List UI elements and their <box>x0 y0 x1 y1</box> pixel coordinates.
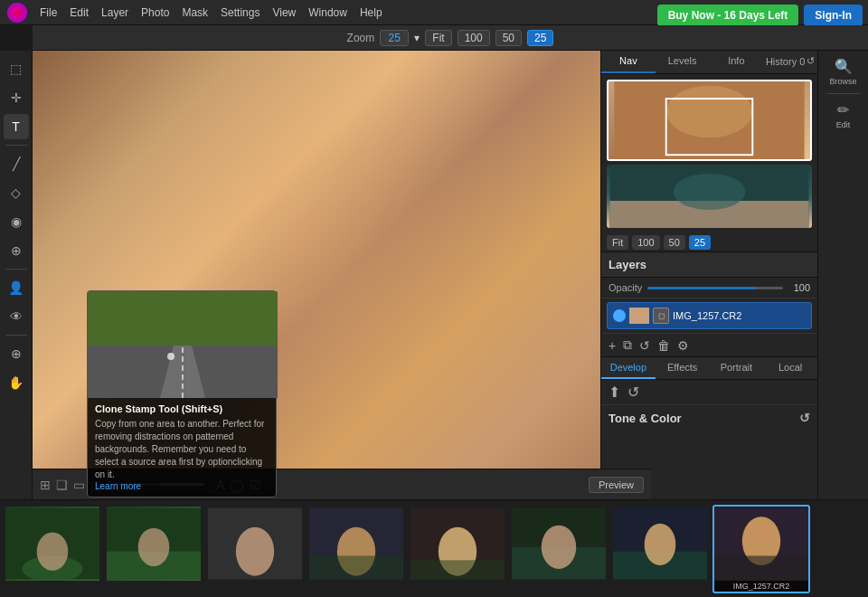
tab-local[interactable]: Local <box>763 357 817 379</box>
undo-button[interactable]: ↺ <box>627 384 639 401</box>
preview-button[interactable]: Preview <box>589 477 644 493</box>
layer-thumbnail <box>629 308 649 324</box>
zoom-50-button[interactable]: 50 <box>495 30 522 46</box>
preview-50-btn[interactable]: 50 <box>664 235 685 250</box>
menu-view[interactable]: View <box>272 6 296 19</box>
menu-photo[interactable]: Photo <box>141 6 169 19</box>
bt-stack-icon[interactable]: ❑ <box>56 478 68 492</box>
tab-levels[interactable]: Levels <box>656 51 710 73</box>
zoom-100-button[interactable]: 100 <box>458 30 490 46</box>
person-tool[interactable]: 👤 <box>4 275 29 300</box>
delete-layer-button[interactable]: 🗑 <box>657 338 670 353</box>
svg-point-6 <box>666 86 753 137</box>
layer-settings-button[interactable]: ⚙ <box>677 338 689 353</box>
filmstrip-item-5[interactable] <box>409 505 506 593</box>
browse-button[interactable]: 🔍 Browse <box>824 54 863 90</box>
edit-actions: ⬆ ↺ <box>601 380 817 405</box>
brush-tool[interactable]: ╱ <box>4 151 29 176</box>
nav-preview-thumb-main[interactable] <box>607 80 812 161</box>
zoom-value[interactable]: 25 <box>380 30 409 46</box>
hand-tool[interactable]: ✋ <box>4 370 29 395</box>
crop-tool[interactable]: ⬚ <box>4 56 29 81</box>
layer-mask[interactable]: ◻ <box>653 308 669 324</box>
menu-help[interactable]: Help <box>360 6 382 19</box>
left-toolbar: ⬚ ✛ T ╱ ◇ ◉ ⊕ 👤 👁 ⊕ ✋ <box>0 51 33 559</box>
svg-point-4 <box>167 353 175 360</box>
sign-in-button[interactable]: Sign-In <box>804 5 863 26</box>
filmstrip-item-8-active[interactable]: IMG_1257.CR2 <box>712 505 810 593</box>
tab-effects[interactable]: Effects <box>656 357 710 379</box>
layers-header: Layers <box>601 251 817 278</box>
browse-icon: 🔍 <box>835 58 853 75</box>
top-right-buttons: Buy Now - 16 Days Left Sign-In <box>657 5 863 26</box>
layer-tools-row: + ⧉ ↺ 🗑 ⚙ <box>601 333 817 356</box>
duplicate-layer-button[interactable]: ⧉ <box>623 337 632 353</box>
nav-tabs: Nav Levels Info History 0 ↺ <box>601 51 817 74</box>
nav-preview-thumb-secondary <box>607 165 812 228</box>
refresh-layer-button[interactable]: ↺ <box>639 338 650 353</box>
opacity-row: Opacity 100 <box>601 278 817 298</box>
zoom-fit-button[interactable]: Fit <box>425 30 451 46</box>
tab-develop[interactable]: Develop <box>601 357 656 379</box>
opacity-label: Opacity <box>609 282 642 293</box>
edit-button[interactable]: ✏ Edit <box>824 98 863 133</box>
menu-file[interactable]: File <box>40 6 57 19</box>
opacity-value: 100 <box>788 282 810 293</box>
text-tool[interactable]: T <box>4 114 29 139</box>
film-thumb-6 <box>512 507 606 581</box>
menu-layer[interactable]: Layer <box>101 6 128 19</box>
svg-point-32 <box>645 523 676 564</box>
layer-name: IMG_1257.CR2 <box>673 310 806 321</box>
filmstrip-item-1[interactable] <box>4 505 101 593</box>
filmstrip-item-6[interactable] <box>510 505 608 593</box>
tab-portrait[interactable]: Portrait <box>710 357 764 379</box>
spot-heal-tool[interactable]: ⊕ <box>4 238 29 263</box>
clone-learn-more-link[interactable]: Learn more <box>95 481 269 491</box>
svg-rect-26 <box>410 560 505 579</box>
layer-visibility-toggle[interactable] <box>613 309 626 322</box>
bt-grid-icon[interactable]: ⊞ <box>40 478 51 492</box>
filmstrip-item-7[interactable] <box>611 505 709 593</box>
clone-stamp-tool[interactable]: ◉ <box>4 209 29 234</box>
edit-tabs: Develop Effects Portrait Local <box>601 356 817 380</box>
buy-now-button[interactable]: Buy Now - 16 Days Left <box>657 5 799 26</box>
tone-color-title: Tone & Color ↺ <box>609 411 810 425</box>
clone-description: Copy from one area to another. Perfect f… <box>95 418 269 481</box>
opacity-slider[interactable] <box>647 287 783 289</box>
filmstrip-item-8-label: IMG_1257.CR2 <box>714 581 808 592</box>
toolbar-separator-2 <box>5 269 27 270</box>
filmstrip-item-2[interactable] <box>105 505 203 593</box>
bt-rect-icon[interactable]: ▭ <box>73 478 85 492</box>
menu-edit[interactable]: Edit <box>70 6 89 19</box>
zoom-25-button[interactable]: 25 <box>527 30 553 46</box>
tab-history[interactable]: History 0 ↺ <box>763 51 817 73</box>
nav-preview <box>601 74 817 233</box>
layer-item[interactable]: ◻ IMG_1257.CR2 <box>607 302 812 329</box>
preview-25-btn[interactable]: 25 <box>689 235 711 250</box>
zoom-label: Zoom <box>347 32 375 44</box>
clone-thumb-preview <box>88 291 278 398</box>
zoom-in-tool[interactable]: ⊕ <box>4 341 29 366</box>
svg-point-36 <box>750 525 771 542</box>
filmstrip-item-3[interactable] <box>206 505 304 593</box>
share-button[interactable]: ⬆ <box>609 384 620 401</box>
svg-point-20 <box>236 526 274 575</box>
erase-tool[interactable]: ◇ <box>4 180 29 205</box>
transform-tool[interactable]: ✛ <box>4 85 29 110</box>
tab-info[interactable]: Info <box>710 51 764 73</box>
add-layer-button[interactable]: + <box>609 338 616 353</box>
eye-tool[interactable]: 👁 <box>4 304 29 329</box>
tone-color-label: Tone & Color <box>609 412 682 425</box>
tone-color-reset-icon[interactable]: ↺ <box>799 411 810 425</box>
zoom-dropdown-arrow: ▾ <box>414 32 420 44</box>
clone-title: Clone Stamp Tool (Shift+S) <box>95 403 269 414</box>
menu-window[interactable]: Window <box>308 6 347 19</box>
preview-fit-btn[interactable]: Fit <box>607 235 628 250</box>
edit-label: Edit <box>836 120 851 129</box>
filmstrip-item-4[interactable] <box>307 505 405 593</box>
preview-100-btn[interactable]: 100 <box>632 235 659 250</box>
history-label: History 0 <box>766 56 805 67</box>
tab-nav[interactable]: Nav <box>601 51 656 73</box>
menu-mask[interactable]: Mask <box>182 6 208 19</box>
menu-settings[interactable]: Settings <box>221 6 259 19</box>
